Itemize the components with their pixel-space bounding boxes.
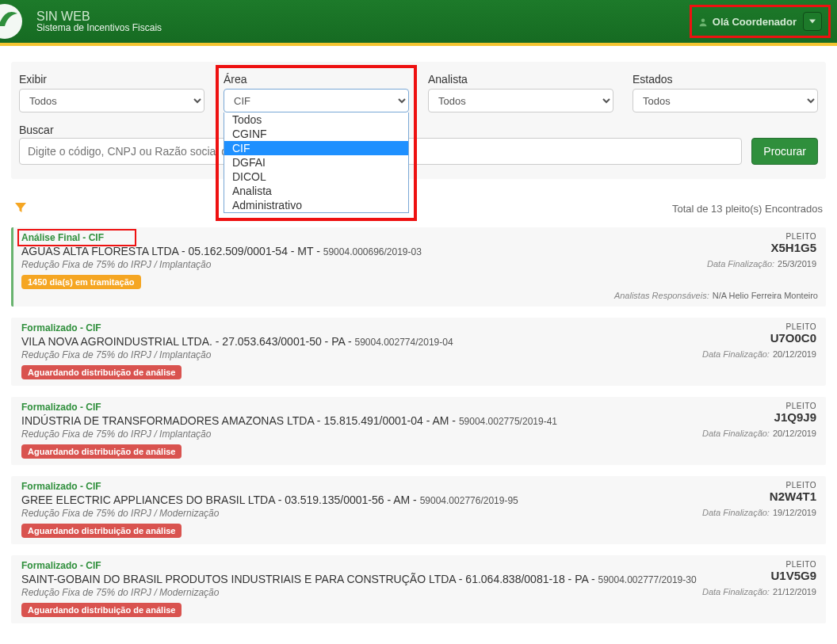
card-badge: Aguardando distribuição de análise <box>21 365 182 379</box>
app-title: SIN WEB <box>36 10 162 24</box>
filter-analista-col: Analista Todos <box>428 73 613 112</box>
user-greeting-text: Olá Coordenador <box>713 16 797 28</box>
filter-area-dropdown: TodosCGINFCIFDGFAIDICOLAnalistaAdministr… <box>224 112 409 213</box>
card-data-fin: Data Finalização:19/12/2019 <box>702 508 816 517</box>
card-title: VILA NOVA AGROINDUSTRIAL LTDA. - 27.053.… <box>21 335 818 348</box>
card-title: SAINT-GOBAIN DO BRASIL PRODUTOS INDUSTRI… <box>21 573 818 585</box>
card-analysts: Analistas Responsáveis:N/A Helio Ferreir… <box>21 291 818 300</box>
card-right: PLEITOU7O0C0Data Finalização:20/12/2019 <box>702 322 816 359</box>
pleito-card[interactable]: Formalizado - CIFGREE ELECTRIC APPLIANCE… <box>11 476 826 544</box>
card-data-fin: Data Finalização:20/12/2019 <box>702 349 816 359</box>
pleito-label: PLEITO <box>707 232 816 241</box>
area-option[interactable]: Todos <box>224 112 408 127</box>
card-benefit: Redução Fixa de 75% do IRPJ / Modernizaç… <box>21 508 818 519</box>
leaf-logo-icon <box>0 2 32 40</box>
pleito-card[interactable]: Formalizado - CIFSAINT-GOBAIN DO BRASIL … <box>11 555 826 623</box>
brand: SIN WEB Sistema de Incentivos Fiscais <box>0 2 162 40</box>
card-benefit: Redução Fixa de 75% do IRPJ / Modernizaç… <box>21 587 818 598</box>
results-summary: Total de 13 pleito(s) Encontrados <box>672 203 823 215</box>
card-status: Formalizado - CIF <box>21 402 818 413</box>
card-right: PLEITOJ1Q9J9Data Finalização:20/12/2019 <box>702 402 816 438</box>
filter-estados-select[interactable]: Todos <box>633 89 818 112</box>
pleito-label: PLEITO <box>702 402 816 410</box>
pleito-card[interactable]: Análise Final - CIFAGUAS ALTA FLORESTA L… <box>11 227 826 307</box>
area-option[interactable]: CIF <box>224 141 408 155</box>
user-greeting: Olá Coordenador <box>698 16 797 28</box>
card-right: PLEITOX5H1G5Data Finalização:25/3/2019 <box>707 232 816 269</box>
pleito-code: N2W4T1 <box>702 490 816 503</box>
pleito-code: X5H1G5 <box>707 241 816 254</box>
card-badge: Aguardando distribuição de análise <box>21 444 182 459</box>
card-status: Formalizado - CIF <box>21 560 818 571</box>
card-data-fin: Data Finalização:21/12/2019 <box>702 587 816 596</box>
search-button[interactable]: Procurar <box>751 138 818 165</box>
pleito-label: PLEITO <box>702 322 816 331</box>
area-option[interactable]: Administrativo <box>224 198 408 212</box>
area-option[interactable]: DGFAI <box>224 155 408 170</box>
area-option[interactable]: CGINF <box>224 127 408 141</box>
card-status: Formalizado - CIF <box>21 481 818 492</box>
filter-estados-label: Estados <box>633 73 818 86</box>
filter-estados-col: Estados Todos <box>633 73 818 112</box>
results-summary-row: Total de 13 pleito(s) Encontrados <box>11 201 826 216</box>
card-badge: Aguardando distribuição de análise <box>21 603 182 617</box>
card-right: PLEITON2W4T1Data Finalização:19/12/2019 <box>702 481 816 517</box>
pleito-card[interactable]: Formalizado - CIFINDÚSTRIA DE TRANSFORMA… <box>11 397 826 465</box>
pleito-card[interactable]: Formalizado - CIFVILA NOVA AGROINDUSTRIA… <box>11 318 826 386</box>
card-right: PLEITOU1V5G9Data Finalização:21/12/2019 <box>702 560 816 596</box>
app-header: SIN WEB Sistema de Incentivos Fiscais Ol… <box>0 0 837 46</box>
card-badge: 1450 dia(s) em tramitação <box>21 275 141 289</box>
pleito-label: PLEITO <box>702 560 816 569</box>
filter-analista-select[interactable]: Todos <box>428 89 613 112</box>
filter-area-col: Área CIF <box>224 73 409 112</box>
card-benefit: Redução Fixa de 75% do IRPJ / Implantaçã… <box>21 259 818 270</box>
card-title: GREE ELECTRIC APPLIANCES DO BRASIL LTDA … <box>21 493 818 506</box>
card-status: Formalizado - CIF <box>21 322 818 333</box>
filter-exibir-label: Exibir <box>19 73 204 86</box>
card-list: Análise Final - CIFAGUAS ALTA FLORESTA L… <box>11 227 826 623</box>
card-benefit: Redução Fixa de 75% do IRPJ / Implantaçã… <box>21 429 818 440</box>
filter-exibir-select[interactable]: Todos <box>19 89 204 112</box>
filter-funnel-icon[interactable] <box>14 201 27 216</box>
card-data-fin: Data Finalização:20/12/2019 <box>702 429 816 438</box>
area-option[interactable]: DICOL <box>224 170 408 184</box>
pleito-code: U7O0C0 <box>702 331 816 345</box>
filter-exibir-col: Exibir Todos <box>19 73 204 112</box>
card-badge: Aguardando distribuição de análise <box>21 524 182 538</box>
filter-analista-label: Analista <box>428 73 613 86</box>
app-subtitle: Sistema de Incentivos Fiscais <box>36 23 162 33</box>
pleito-code: U1V5G9 <box>702 569 816 582</box>
filters-panel: Exibir Todos Área CIF Analista Todos Est… <box>11 62 826 179</box>
user-icon <box>698 17 708 27</box>
pleito-label: PLEITO <box>702 481 816 490</box>
svg-point-1 <box>701 19 705 23</box>
card-status: Análise Final - CIF <box>21 232 818 243</box>
user-menu: Olá Coordenador <box>690 5 831 38</box>
pleito-code: J1Q9J9 <box>702 410 816 424</box>
main-content: Exibir Todos Área CIF Analista Todos Est… <box>0 46 837 639</box>
card-title: INDÚSTRIA DE TRANSFORMADORES AMAZONAS LT… <box>21 414 818 427</box>
card-benefit: Redução Fixa de 75% do IRPJ / Implantaçã… <box>21 349 818 360</box>
card-title: AGUAS ALTA FLORESTA LTDA - 05.162.509/00… <box>21 245 818 257</box>
filter-area-select[interactable]: CIF <box>224 89 409 112</box>
area-option[interactable]: Analista <box>224 184 408 198</box>
filter-area-label: Área <box>224 73 409 86</box>
card-data-fin: Data Finalização:25/3/2019 <box>707 259 816 269</box>
user-menu-toggle[interactable] <box>803 12 822 31</box>
